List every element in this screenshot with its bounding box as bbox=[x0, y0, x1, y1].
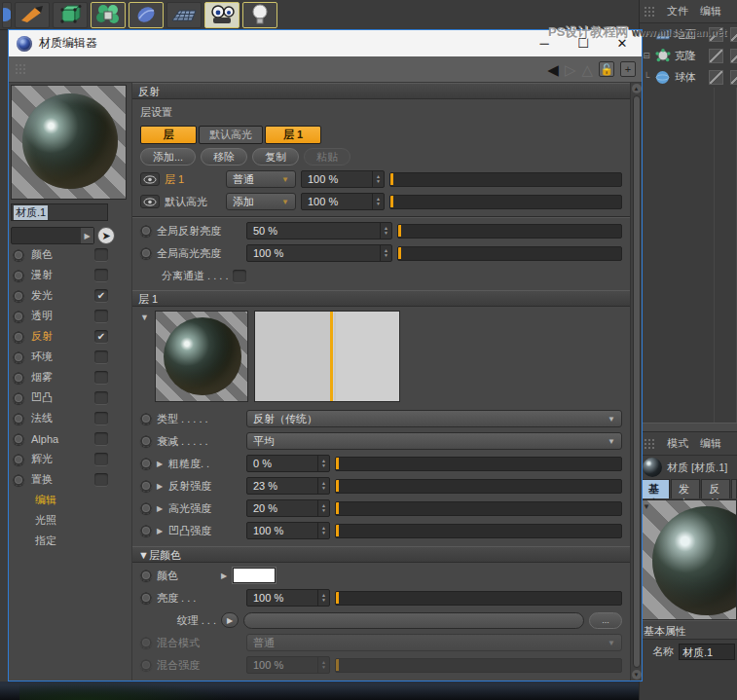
mix-strength-spinner[interactable]: 100 %▲▼ bbox=[246, 656, 330, 674]
menu-edit[interactable]: 编辑 bbox=[700, 436, 721, 451]
expander-arrow-icon[interactable]: ▶ bbox=[157, 460, 164, 468]
object-row-cloner[interactable]: ⊟ 克隆 bbox=[640, 45, 737, 66]
global-reflection-spinner[interactable]: 50 %▲▼ bbox=[246, 222, 392, 239]
reflection-strength-slider[interactable] bbox=[335, 479, 622, 494]
channel-checkbox[interactable] bbox=[94, 310, 108, 322]
metaball-icon[interactable] bbox=[129, 2, 164, 28]
floor-grid-icon[interactable] bbox=[166, 2, 202, 28]
spinner-arrows-icon[interactable]: ▲▼ bbox=[372, 171, 384, 187]
layer-opacity-spinner[interactable]: 100 %▲▼ bbox=[301, 170, 385, 188]
shader-dropdown[interactable]: ▶ bbox=[11, 227, 94, 244]
tab-layer-1[interactable]: 层 1 bbox=[265, 126, 321, 144]
global-specular-spinner[interactable]: 100 %▲▼ bbox=[246, 244, 392, 262]
collapse-arrow-icon[interactable]: ▼ bbox=[643, 502, 650, 511]
menu-mode[interactable]: 模式 bbox=[667, 436, 688, 451]
layer-name[interactable]: 默认高光 bbox=[165, 195, 221, 209]
channel-normal[interactable]: 法线 bbox=[11, 408, 129, 428]
color-swatch[interactable] bbox=[233, 568, 276, 583]
scroll-up-icon[interactable]: ▲ bbox=[632, 84, 642, 93]
partial-tool-icon[interactable] bbox=[2, 2, 12, 28]
expander-arrow-icon[interactable]: ▶ bbox=[157, 527, 164, 535]
spinner-arrows-icon[interactable]: ▲▼ bbox=[380, 245, 391, 261]
layer-opacity-slider[interactable] bbox=[389, 172, 622, 187]
channel-checkbox[interactable] bbox=[94, 432, 108, 445]
bump-strength-slider[interactable] bbox=[335, 524, 622, 538]
channel-checkbox[interactable] bbox=[94, 248, 108, 261]
channel-checkbox[interactable] bbox=[94, 412, 108, 424]
texture-tag-icon[interactable] bbox=[709, 27, 723, 42]
viewport[interactable] bbox=[0, 682, 643, 700]
brightness-spinner[interactable]: 100 %▲▼ bbox=[246, 589, 330, 607]
channel-checkbox[interactable] bbox=[94, 473, 108, 486]
layer-opacity-spinner[interactable]: 100 %▲▼ bbox=[301, 193, 385, 210]
texture-tag-icon[interactable] bbox=[709, 49, 723, 63]
attenuation-dropdown[interactable]: 平均▼ bbox=[246, 432, 622, 450]
spinner-arrows-icon[interactable]: ▲▼ bbox=[317, 456, 329, 471]
back-arrow-icon[interactable]: ◀ bbox=[547, 62, 559, 77]
tab-default-specular[interactable]: 默认高光 bbox=[199, 126, 263, 144]
cube-primitive-icon[interactable] bbox=[53, 2, 88, 28]
eye-icon[interactable] bbox=[140, 172, 160, 186]
tab-clipped[interactable] bbox=[731, 479, 737, 498]
paste-button[interactable]: 粘贴 bbox=[304, 148, 350, 166]
maximize-button[interactable]: ☐ bbox=[564, 30, 603, 56]
picker-button[interactable]: ➤ bbox=[97, 227, 115, 244]
expander-arrow-icon[interactable]: ▶ bbox=[157, 504, 164, 513]
layer-name[interactable]: 层 1 bbox=[165, 172, 221, 187]
channel-checkbox[interactable] bbox=[94, 371, 108, 384]
channel-checkbox[interactable] bbox=[94, 391, 108, 404]
channel-environment[interactable]: 环境 bbox=[11, 347, 129, 367]
object-manager-empty-area[interactable] bbox=[640, 88, 737, 423]
layer-opacity-slider[interactable] bbox=[389, 195, 622, 209]
lock-icon[interactable]: 🔓 bbox=[599, 61, 614, 77]
minimize-button[interactable]: ─ bbox=[525, 30, 564, 56]
link-assign[interactable]: 指定 bbox=[11, 531, 129, 551]
channel-luminance[interactable]: 发光✔ bbox=[11, 285, 129, 306]
add-button[interactable]: 添加... bbox=[140, 148, 196, 166]
new-window-icon[interactable]: + bbox=[620, 61, 636, 77]
scrollbar-thumb[interactable] bbox=[633, 95, 641, 668]
channel-checkbox[interactable] bbox=[94, 269, 108, 281]
specular-strength-spinner[interactable]: 20 %▲▼ bbox=[246, 499, 330, 517]
spinner-arrows-icon[interactable]: ▲▼ bbox=[317, 657, 329, 673]
reflection-strength-spinner[interactable]: 23 %▲▼ bbox=[246, 477, 330, 495]
channel-checkbox[interactable]: ✔ bbox=[94, 330, 108, 343]
channel-displacement[interactable]: 置换 bbox=[11, 469, 129, 490]
material-preview[interactable]: ▼ bbox=[640, 499, 737, 620]
panel-grip-icon[interactable] bbox=[644, 438, 655, 450]
texture-arrow-button[interactable]: ▶ bbox=[221, 612, 239, 628]
titlebar[interactable]: 材质编辑器 ─ ☐ ✕ bbox=[9, 30, 642, 56]
object-row-floor[interactable]: ─ 地面 bbox=[640, 23, 737, 45]
mix-strength-slider[interactable] bbox=[335, 658, 622, 673]
spinner-arrows-icon[interactable]: ▲▼ bbox=[372, 194, 384, 209]
copy-button[interactable]: 复制 bbox=[252, 148, 299, 166]
texture-tag-icon[interactable] bbox=[730, 70, 737, 85]
blend-mode-dropdown[interactable]: 添加▼ bbox=[226, 193, 296, 210]
layer1-distribution-preview[interactable] bbox=[254, 311, 400, 402]
texture-field[interactable] bbox=[243, 612, 584, 629]
object-label[interactable]: 球体 bbox=[675, 70, 696, 85]
menu-file[interactable]: 文件 bbox=[667, 4, 688, 18]
channel-checkbox[interactable] bbox=[94, 453, 108, 465]
tab-layers[interactable]: 层 bbox=[140, 126, 197, 144]
channel-fog[interactable]: 烟雾 bbox=[11, 367, 129, 387]
spinner-arrows-icon[interactable]: ▲▼ bbox=[317, 523, 329, 538]
toolbar-grip-icon[interactable] bbox=[15, 63, 26, 75]
blend-mode-dropdown[interactable]: 普通▼ bbox=[226, 170, 296, 188]
layer1-preview-thumbnail[interactable] bbox=[155, 311, 248, 402]
object-row-sphere[interactable]: └ 球体 bbox=[640, 66, 737, 88]
object-label[interactable]: 地面 bbox=[675, 27, 696, 42]
separate-passes-checkbox[interactable] bbox=[233, 270, 246, 282]
mograph-cloner-icon[interactable] bbox=[91, 2, 126, 28]
scroll-down-icon[interactable]: ▼ bbox=[632, 670, 642, 680]
global-reflection-slider[interactable] bbox=[397, 224, 622, 239]
channel-glow[interactable]: 辉光 bbox=[11, 449, 129, 469]
spinner-arrows-icon[interactable]: ▲▼ bbox=[317, 590, 329, 606]
brightness-slider[interactable] bbox=[335, 591, 622, 606]
forward-arrow-icon[interactable]: ▷ bbox=[565, 62, 576, 77]
tab-luminance[interactable]: 发光 bbox=[671, 479, 700, 498]
menu-edit[interactable]: 编辑 bbox=[700, 4, 721, 18]
close-button[interactable]: ✕ bbox=[603, 30, 642, 56]
channel-reflectance[interactable]: 反射✔ bbox=[11, 326, 129, 347]
spinner-arrows-icon[interactable]: ▲▼ bbox=[317, 478, 329, 494]
